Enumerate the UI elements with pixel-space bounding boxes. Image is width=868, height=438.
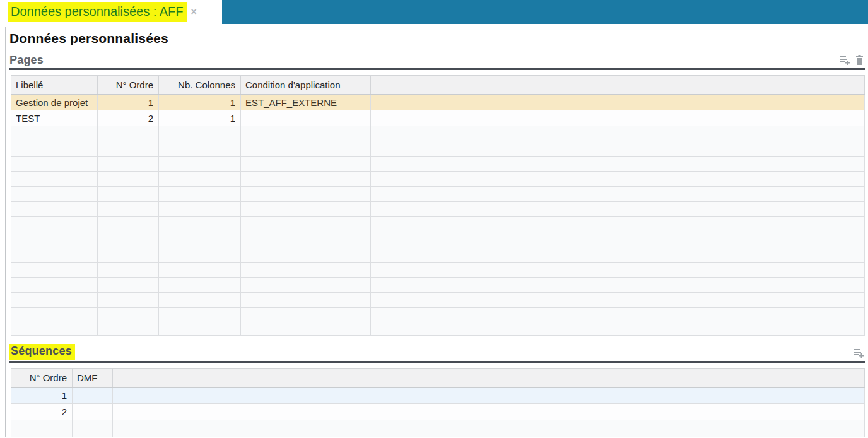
empty-row	[11, 217, 865, 232]
column-header-condition: Condition d'application	[241, 76, 371, 95]
sequences-table: N° Ordre DMF 1 2	[11, 368, 865, 437]
cell-condition[interactable]: EST_AFF_EXTERNE	[241, 95, 371, 110]
table-row[interactable]: Gestion de projet 1 1 EST_AFF_EXTERNE	[11, 95, 865, 110]
empty-row	[11, 202, 865, 217]
column-header-colonnes: Nb. Colonnes	[159, 76, 241, 95]
pages-section-header: Pages	[9, 54, 865, 70]
page-title: Données personnalisées	[9, 31, 865, 46]
sequences-toolbar	[853, 348, 864, 358]
empty-row	[11, 278, 865, 293]
cell-ordre[interactable]: 1	[11, 388, 73, 404]
delete-icon[interactable]	[855, 55, 864, 65]
empty-row	[11, 323, 865, 336]
cell-ordre[interactable]: 1	[98, 95, 159, 110]
sequences-section-title: Séquences	[9, 344, 75, 360]
column-header-filler	[113, 369, 865, 388]
table-row[interactable]: 2	[11, 404, 865, 420]
column-header-libelle: Libellé	[11, 76, 98, 95]
close-icon[interactable]: ×	[191, 7, 197, 17]
cell-ordre[interactable]: 2	[98, 110, 159, 126]
tab-donnees-personnalisees[interactable]: Données personnalisées : AFF ×	[0, 0, 222, 24]
empty-row	[11, 247, 865, 263]
tab-bar: Données personnalisées : AFF ×	[0, 0, 868, 24]
column-header-ordre: N° Ordre	[98, 76, 159, 95]
cell-dmf[interactable]	[73, 388, 113, 404]
empty-row	[11, 293, 865, 308]
cell-colonnes[interactable]: 1	[159, 95, 241, 110]
table-row[interactable]: TEST 2 1	[11, 110, 865, 126]
cell-libelle[interactable]: TEST	[11, 110, 98, 126]
content-panel: Données personnalisées Pages	[5, 27, 868, 437]
cell-filler	[113, 404, 865, 420]
empty-row	[11, 126, 865, 141]
column-header-filler	[371, 76, 865, 95]
table-row[interactable]: 1	[11, 388, 865, 404]
cell-filler	[371, 110, 865, 126]
column-header-dmf: DMF	[73, 369, 113, 388]
tab-title: Données personnalisées : AFF	[8, 2, 187, 22]
cell-filler	[113, 388, 865, 404]
pages-header-row: Libellé N° Ordre Nb. Colonnes Condition …	[11, 76, 865, 95]
add-row-icon[interactable]	[853, 348, 864, 358]
add-row-icon[interactable]	[839, 56, 850, 65]
cell-colonnes[interactable]: 1	[159, 110, 241, 126]
column-header-ordre: N° Ordre	[11, 369, 73, 388]
empty-row	[11, 263, 865, 278]
empty-row	[11, 172, 865, 187]
empty-row	[11, 187, 865, 202]
sequences-section-header: Séquences	[9, 344, 865, 363]
pages-section-title: Pages	[9, 54, 44, 67]
empty-row	[11, 157, 865, 172]
empty-row	[11, 420, 865, 438]
empty-row	[11, 232, 865, 247]
pages-table: Libellé N° Ordre Nb. Colonnes Condition …	[11, 75, 865, 336]
empty-row	[11, 141, 865, 157]
cell-condition[interactable]	[241, 110, 371, 126]
cell-filler	[371, 95, 865, 110]
empty-row	[11, 308, 865, 323]
cell-libelle[interactable]: Gestion de projet	[11, 95, 98, 110]
pages-toolbar	[839, 55, 864, 65]
cell-dmf[interactable]	[73, 404, 113, 420]
cell-ordre[interactable]: 2	[11, 404, 73, 420]
tab-strip-fill	[222, 0, 868, 24]
sequences-header-row: N° Ordre DMF	[11, 369, 865, 388]
